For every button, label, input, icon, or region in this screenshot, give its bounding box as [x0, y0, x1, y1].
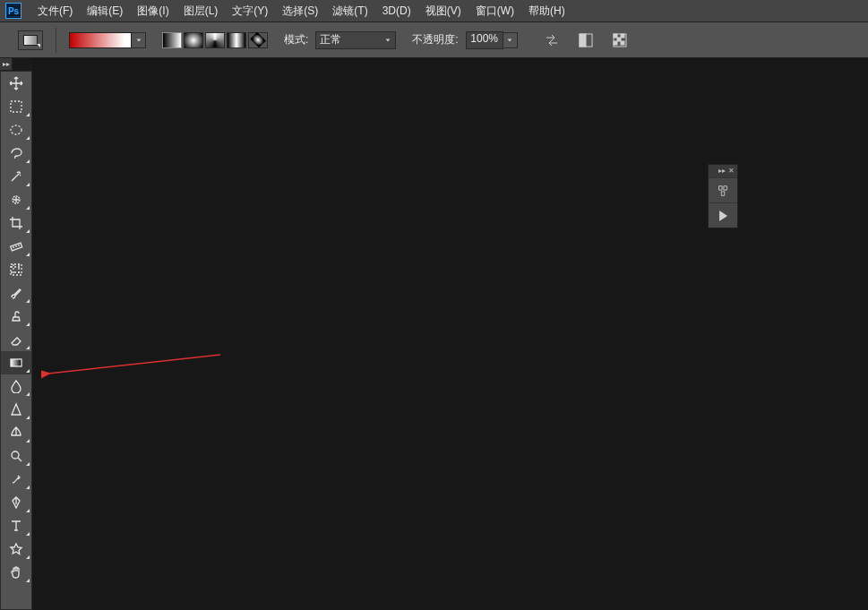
work-area: ▸▸ ▸▸ ✕ [0, 58, 868, 610]
flyout-indicator-icon [26, 299, 30, 303]
flyout-indicator-icon [26, 253, 30, 256]
gradient-diamond-button[interactable] [248, 32, 268, 48]
chevron-down-icon [37, 44, 40, 47]
brush-tool[interactable] [1, 281, 31, 305]
menu-file[interactable]: 文件(F) [30, 0, 80, 21]
svg-line-15 [48, 355, 220, 374]
crop-tool[interactable] [1, 211, 31, 235]
svg-rect-7 [621, 41, 624, 45]
svg-point-9 [11, 125, 21, 134]
flyout-indicator-icon [26, 369, 30, 373]
menu-window[interactable]: 窗口(W) [468, 0, 521, 21]
path-pen-tool[interactable] [1, 491, 31, 514]
eraser-tool[interactable] [1, 328, 31, 351]
menu-edit[interactable]: 编辑(E) [80, 0, 130, 21]
pen-tool[interactable] [1, 421, 31, 444]
hand-tool[interactable] [1, 561, 31, 584]
gradient-linear-button[interactable] [162, 32, 182, 48]
clone-stamp-tool[interactable] [1, 305, 31, 328]
gradient-dropdown-button[interactable] [132, 32, 146, 48]
flyout-indicator-icon [26, 579, 30, 582]
lasso-tool[interactable] [1, 142, 31, 165]
gradient-reflected-button[interactable] [227, 32, 246, 48]
quick-select-tool[interactable] [1, 188, 31, 211]
dither-toggle[interactable] [577, 31, 595, 49]
svg-rect-13 [11, 359, 21, 366]
flyout-indicator-icon [26, 532, 30, 536]
separator [56, 28, 56, 53]
frame-tool[interactable] [1, 258, 31, 281]
svg-rect-3 [614, 34, 617, 38]
flyout-indicator-icon [26, 229, 30, 233]
svg-rect-4 [621, 34, 624, 38]
flyout-indicator-icon [26, 462, 30, 466]
floating-panel[interactable]: ▸▸ ✕ [708, 164, 738, 228]
tool-preset-swatch [23, 35, 38, 46]
dodge-tool[interactable] [1, 444, 31, 468]
gradient-tool[interactable] [1, 351, 31, 374]
svg-rect-5 [617, 38, 621, 41]
rect-marquee-tool[interactable] [1, 95, 31, 118]
blur-tool[interactable] [1, 374, 31, 398]
panel-header[interactable]: ▸▸ ✕ [709, 165, 737, 177]
collapse-toolbox-button[interactable]: ▸▸ [0, 58, 13, 71]
panel-collapse-icon[interactable]: ▸▸ [718, 168, 726, 175]
shape-tool[interactable] [1, 537, 31, 561]
menu-help[interactable]: 帮助(H) [521, 0, 572, 21]
flyout-indicator-icon [26, 392, 30, 396]
ellipse-marquee-tool[interactable] [1, 118, 31, 142]
flyout-indicator-icon [26, 113, 30, 116]
reverse-gradient-toggle[interactable] [543, 31, 561, 49]
toolbox [0, 71, 32, 610]
menu-filter[interactable]: 滤镜(T) [325, 0, 374, 21]
tool-preset-picker[interactable] [18, 30, 43, 50]
menu-bar: Ps 文件(F) 编辑(E) 图像(I) 图层(L) 文字(Y) 选择(S) 滤… [0, 0, 868, 22]
gradient-angle-button[interactable] [205, 32, 225, 48]
flyout-indicator-icon [26, 346, 30, 349]
gradient-preview [69, 32, 132, 48]
flyout-indicator-icon [26, 555, 30, 559]
svg-point-14 [12, 451, 19, 459]
flyout-indicator-icon [26, 183, 30, 186]
menu-3d[interactable]: 3D(D) [375, 0, 418, 21]
app-logo: Ps [5, 3, 21, 19]
opacity-input[interactable]: 100% [466, 31, 503, 49]
menu-select[interactable]: 选择(S) [275, 0, 325, 21]
type-tool[interactable] [1, 514, 31, 537]
flyout-indicator-icon [26, 322, 30, 326]
flyout-indicator-icon [26, 206, 30, 210]
flyout-indicator-icon [26, 159, 30, 163]
ruler-eyedropper-tool[interactable] [1, 235, 31, 258]
sharpen-tool[interactable] [1, 398, 31, 421]
menu-view[interactable]: 视图(V) [418, 0, 468, 21]
gradient-radial-button[interactable] [184, 32, 203, 48]
panel-actions-icon[interactable] [709, 177, 737, 202]
opacity-label: 不透明度: [412, 32, 458, 47]
opacity-dropdown-button[interactable] [503, 32, 518, 48]
gradient-picker[interactable] [69, 32, 146, 48]
canvas-area[interactable] [32, 58, 868, 610]
flyout-indicator-icon [26, 439, 30, 442]
menu-image[interactable]: 图像(I) [130, 0, 176, 21]
flyout-indicator-icon [26, 485, 30, 489]
blend-mode-value: 正常 [320, 32, 341, 47]
svg-rect-12 [11, 264, 21, 275]
mode-label: 模式: [284, 32, 308, 47]
smudge-tool[interactable] [1, 468, 31, 491]
magic-wand-tool[interactable] [1, 165, 31, 188]
flyout-indicator-icon [26, 136, 30, 140]
svg-rect-6 [614, 41, 617, 45]
svg-rect-8 [11, 101, 21, 112]
gradient-type-group [162, 32, 268, 48]
options-bar: 模式: 正常 不透明度: 100% [0, 22, 868, 58]
annotation-arrow [41, 352, 229, 379]
panel-play-icon[interactable] [709, 202, 737, 228]
menu-layer[interactable]: 图层(L) [176, 0, 226, 21]
panel-close-icon[interactable]: ✕ [728, 168, 735, 175]
flyout-indicator-icon [26, 416, 30, 419]
transparency-toggle[interactable] [611, 31, 629, 49]
blend-mode-select[interactable]: 正常 [315, 31, 396, 49]
menu-text[interactable]: 文字(Y) [225, 0, 275, 21]
flyout-indicator-icon [26, 509, 30, 512]
move-tool[interactable] [1, 72, 31, 95]
